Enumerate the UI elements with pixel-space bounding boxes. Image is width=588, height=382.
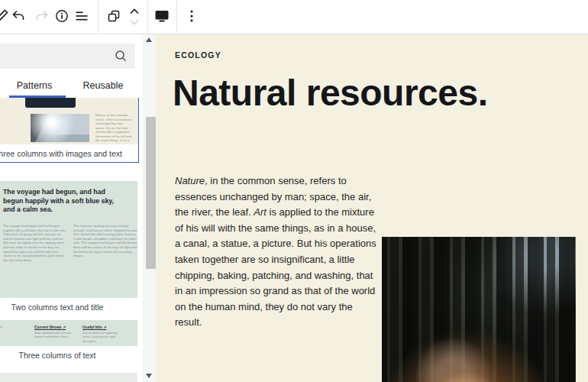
pattern-list: Nature, in the common sense, refers to e… xyxy=(0,98,140,382)
pattern-preview: Nature, in the common sense, refers to e… xyxy=(0,98,138,144)
pattern-card-three-columns-images-text[interactable]: Nature, in the common sense, refers to e… xyxy=(0,98,139,163)
info-icon xyxy=(53,8,70,27)
kebab-menu-icon xyxy=(183,8,200,27)
details-button[interactable] xyxy=(51,6,73,28)
monitor-icon xyxy=(153,7,171,28)
pattern-card-two-columns-text-title[interactable]: The voyage had begun, and had begun happ… xyxy=(0,181,137,316)
preview-button-block xyxy=(25,98,76,108)
editor-canvas[interactable]: ECOLOGY Natural resources. Nature, in th… xyxy=(156,34,588,382)
preview-column-text: Get to know our opening times, ticket pr… xyxy=(82,331,123,343)
tab-reusable[interactable]: Reusable xyxy=(69,73,137,98)
preview-seascape-image xyxy=(31,114,89,142)
move-down-button[interactable] xyxy=(126,18,143,28)
pattern-caption: Two columns text and title xyxy=(0,298,137,316)
preview-column-heading: Useful Info ↗ xyxy=(82,325,123,329)
editor-toolbar xyxy=(0,0,588,34)
pattern-caption: Three columns with images and text xyxy=(0,144,138,162)
scroll-up-arrow-icon[interactable] xyxy=(146,37,152,42)
block-type-button[interactable] xyxy=(103,6,124,28)
search-input[interactable] xyxy=(0,44,135,69)
move-up-button[interactable] xyxy=(126,7,143,17)
eyebrow-heading[interactable]: ECOLOGY xyxy=(175,50,221,60)
scroll-down-arrow-icon[interactable] xyxy=(146,374,152,378)
preview-filler-text: Nature, in the common sense, refers to e… xyxy=(95,113,133,143)
sidebar-scrollbar[interactable] xyxy=(142,34,156,382)
pattern-preview: the modern erans. Current Shows ↗ Stay u… xyxy=(0,320,137,346)
preview-column-text: The voyage had begun and had begun happi… xyxy=(3,224,67,294)
list-view-icon xyxy=(73,8,90,27)
preview-title-text: The voyage had begun, and had begun happ… xyxy=(3,188,118,215)
pattern-card-three-columns-text[interactable]: the modern erans. Current Shows ↗ Stay u… xyxy=(0,320,137,364)
inserter-tabs: Patterns Reusable xyxy=(0,73,142,98)
toolbar-separator xyxy=(176,0,177,33)
list-view-button[interactable] xyxy=(71,6,92,28)
pattern-preview: The voyage had begun, and had begun happ… xyxy=(0,181,137,298)
body-paragraph[interactable]: Nature, in the common sense, refers to e… xyxy=(175,173,376,331)
toolbar-separator xyxy=(98,0,99,33)
search-icon xyxy=(114,49,128,63)
preview-column-text: Stay updated and see our current exhibit… xyxy=(34,331,75,339)
scrollbar-thumb[interactable] xyxy=(146,117,156,269)
block-editor-window: Patterns Reusable Nature, in the common … xyxy=(0,0,588,382)
preview-column-heading: Current Shows ↗ xyxy=(34,325,75,329)
chevron-down-icon xyxy=(128,17,141,28)
pattern-card-partial[interactable] xyxy=(0,373,137,382)
redo-button[interactable] xyxy=(31,6,53,28)
block-movers xyxy=(124,5,144,28)
tab-patterns[interactable]: Patterns xyxy=(0,73,69,98)
toolbar-separator xyxy=(147,0,148,33)
pattern-inserter-sidebar: Patterns Reusable Nature, in the common … xyxy=(0,34,142,382)
copy-blocks-icon xyxy=(105,8,122,27)
preview-column-text: The ship was making her way steadily thr… xyxy=(73,224,137,294)
preview-column-text: the modern erans. xyxy=(0,325,27,333)
paragraph-text: is applied to the mixture of his will wi… xyxy=(175,206,376,328)
pattern-caption: Three columns of text xyxy=(0,346,137,364)
italic-word: Art xyxy=(254,206,267,218)
forest-sunlight-image[interactable] xyxy=(382,237,576,382)
preview-button[interactable] xyxy=(151,6,173,28)
chevron-up-icon xyxy=(128,6,141,18)
undo-icon xyxy=(10,8,27,27)
italic-word: Nature xyxy=(175,175,205,186)
undo-button[interactable] xyxy=(8,6,29,28)
redo-icon xyxy=(34,8,50,27)
page-title[interactable]: Natural resources. xyxy=(173,72,488,114)
options-button[interactable] xyxy=(181,6,202,28)
